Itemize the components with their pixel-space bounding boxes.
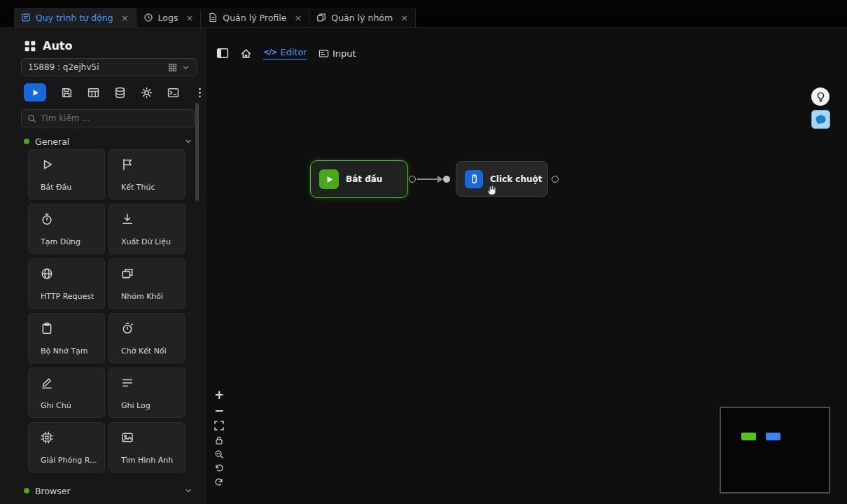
- zoom-out-button[interactable]: −: [214, 405, 225, 416]
- tab-label: Quản lý nhóm: [331, 13, 393, 23]
- support-chat-button[interactable]: [811, 110, 830, 129]
- finish-flag-icon: [121, 158, 134, 171]
- kebab-menu-icon[interactable]: [194, 87, 206, 99]
- node-start[interactable]: Bắt đầu: [310, 160, 408, 198]
- group-icon: [316, 13, 326, 22]
- form-icon: [318, 48, 329, 59]
- edge-line: [417, 178, 439, 180]
- search-input[interactable]: [41, 113, 188, 123]
- home-icon[interactable]: [240, 48, 252, 59]
- tab-quan-ly-profile[interactable]: Quản lý Profile ×: [201, 8, 309, 27]
- minimap-click-node: [766, 433, 780, 440]
- sidebar-scrollbar[interactable]: [195, 103, 199, 201]
- block-bat-dau[interactable]: Bắt Đầu: [28, 149, 105, 200]
- table-icon[interactable]: [88, 87, 99, 99]
- profile-select[interactable]: 15889 : q2ejhv5i: [21, 58, 197, 76]
- save-icon[interactable]: [61, 87, 73, 99]
- block-giai-phong-ram[interactable]: Giải Phóng R...: [28, 422, 105, 472]
- zoom-in-button[interactable]: +: [214, 389, 225, 400]
- apps-grid-icon: [24, 40, 36, 52]
- undo-icon[interactable]: [214, 463, 224, 473]
- workflow-icon: [21, 13, 31, 22]
- click-node-icon: [465, 170, 483, 188]
- output-port-start[interactable]: [409, 176, 416, 183]
- section-general[interactable]: General: [24, 135, 192, 148]
- tab-bar: Quy trình tự động × Logs × Quản lý Profi…: [0, 0, 847, 28]
- search-box: [21, 109, 195, 127]
- section-label: General: [35, 136, 178, 147]
- globe-icon: [41, 267, 53, 280]
- flow-canvas[interactable]: </> Editor Input Bắt đầu: [206, 28, 847, 504]
- canvas-toolbar: </> Editor Input: [216, 45, 356, 62]
- timer-icon: [41, 213, 53, 225]
- close-icon[interactable]: ×: [121, 13, 129, 22]
- block-cho-ket-noi[interactable]: Chờ Kết Nối: [108, 313, 186, 363]
- play-icon: [41, 158, 53, 171]
- status-dot: [24, 139, 29, 144]
- chevron-down-icon: [181, 63, 190, 72]
- run-button[interactable]: [24, 83, 46, 102]
- mouse-click-icon: [469, 174, 479, 184]
- edge-arrowhead: [438, 176, 443, 183]
- node-label: Click chuột: [490, 174, 542, 184]
- log-lines-icon: [121, 377, 134, 389]
- section-browser[interactable]: Browser: [24, 484, 192, 497]
- close-icon[interactable]: ×: [294, 13, 302, 22]
- clock-icon: [144, 13, 153, 22]
- app-window: Quy trình tự động × Logs × Quản lý Profi…: [0, 0, 847, 504]
- wait-timer-icon: [121, 322, 134, 335]
- ram-chip-icon: [41, 431, 53, 444]
- block-tim-hinh-anh[interactable]: Tìm Hình Ảnh: [108, 422, 186, 472]
- minimap-start-node: [741, 433, 756, 440]
- tab-quan-ly-nhom[interactable]: Quản lý nhóm ×: [309, 8, 416, 27]
- block-bo-nho-tam[interactable]: Bộ Nhớ Tạm: [28, 313, 105, 363]
- hand-cursor: [486, 183, 498, 196]
- app-title: Auto: [43, 39, 72, 52]
- database-icon[interactable]: [114, 87, 126, 99]
- node-click-chuot[interactable]: Click chuột: [456, 161, 548, 197]
- note-pencil-icon: [41, 377, 53, 389]
- start-node-icon: [319, 169, 339, 189]
- toggle-sidebar-icon[interactable]: [216, 47, 229, 59]
- output-port-click[interactable]: [552, 176, 559, 183]
- lock-icon[interactable]: [214, 435, 224, 445]
- clipboard-icon: [41, 322, 53, 335]
- chevron-down-icon: [184, 137, 192, 146]
- block-ghi-log[interactable]: Ghi Log: [108, 368, 186, 418]
- terminal-icon[interactable]: [167, 87, 179, 99]
- minimap[interactable]: [720, 407, 830, 493]
- gear-icon[interactable]: [141, 87, 153, 99]
- editor-label: Editor: [280, 47, 307, 57]
- lightbulb-icon: [816, 92, 826, 102]
- input-port-connected[interactable]: [443, 176, 450, 183]
- tab-logs[interactable]: Logs ×: [136, 8, 202, 27]
- search-icon: [27, 114, 36, 123]
- redo-icon[interactable]: [214, 477, 224, 487]
- blocks-grid: Bắt Đầu Kết Thúc Tạm Dừng Xuất Dữ Liệu: [28, 149, 186, 472]
- block-ghi-chu[interactable]: Ghi Chú: [28, 368, 105, 418]
- block-tam-dung[interactable]: Tạm Dừng: [28, 204, 105, 254]
- profile-file-icon: [208, 13, 218, 22]
- block-nhom-khoi[interactable]: Nhóm Khối: [108, 258, 186, 309]
- close-icon[interactable]: ×: [186, 13, 193, 22]
- zoom-reset-icon[interactable]: [214, 449, 224, 459]
- play-icon: [324, 174, 335, 185]
- block-ket-thuc[interactable]: Kết Thúc: [108, 149, 186, 200]
- block-http-request[interactable]: HTTP Request: [28, 258, 105, 309]
- export-download-icon: [121, 213, 134, 225]
- node-label: Bắt đầu: [346, 174, 382, 184]
- chat-bubble-icon: [814, 113, 827, 126]
- fit-view-icon[interactable]: [214, 420, 225, 431]
- tab-quy-trinh-tu-dong[interactable]: Quy trình tự động ×: [14, 8, 136, 27]
- section-label: Browser: [35, 486, 178, 496]
- play-icon: [31, 88, 40, 97]
- tab-input[interactable]: Input: [318, 48, 356, 59]
- sidebar: Auto 15889 : q2ejhv5i: [0, 28, 206, 504]
- tab-editor[interactable]: </> Editor: [263, 47, 307, 59]
- sidebar-toolbar: [24, 83, 206, 102]
- block-xuat-du-lieu[interactable]: Xuất Dữ Liệu: [108, 204, 186, 254]
- tab-label: Quy trình tự động: [36, 13, 113, 23]
- close-icon[interactable]: ×: [400, 13, 408, 22]
- hint-lightbulb-button[interactable]: [811, 88, 830, 106]
- grid-small-icon: [168, 63, 177, 72]
